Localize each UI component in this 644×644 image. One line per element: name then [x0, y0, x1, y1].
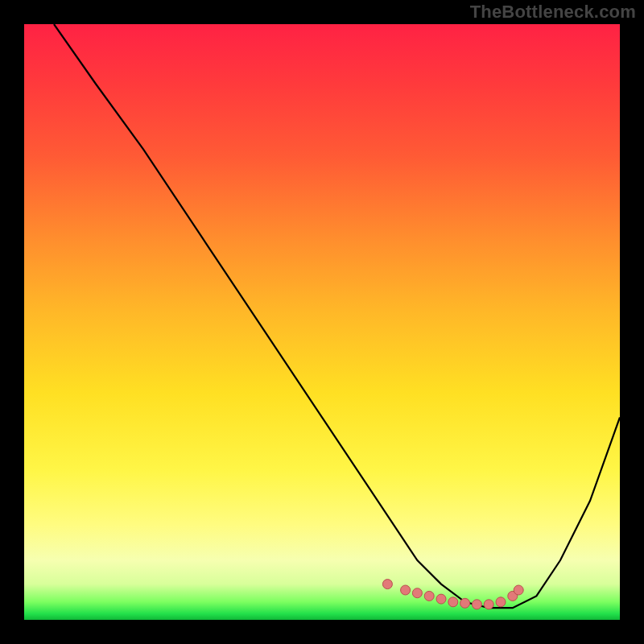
- bottleneck-curve: [54, 24, 620, 608]
- chart-frame: TheBottleneck.com: [0, 0, 644, 644]
- highlight-dot: [448, 597, 458, 607]
- highlight-dot: [514, 585, 523, 595]
- highlight-dot: [484, 600, 493, 609]
- highlight-dot: [412, 588, 422, 598]
- plot-area: [24, 24, 620, 620]
- highlight-dots-group: [382, 580, 523, 609]
- highlight-dot: [472, 600, 481, 609]
- highlight-dot: [424, 591, 434, 601]
- watermark-text: TheBottleneck.com: [470, 2, 636, 23]
- highlight-dot: [436, 594, 446, 604]
- highlight-dot: [401, 585, 411, 595]
- highlight-dot: [460, 598, 470, 608]
- highlight-dot: [382, 580, 392, 589]
- chart-svg: [24, 24, 620, 620]
- highlight-dot: [496, 597, 506, 607]
